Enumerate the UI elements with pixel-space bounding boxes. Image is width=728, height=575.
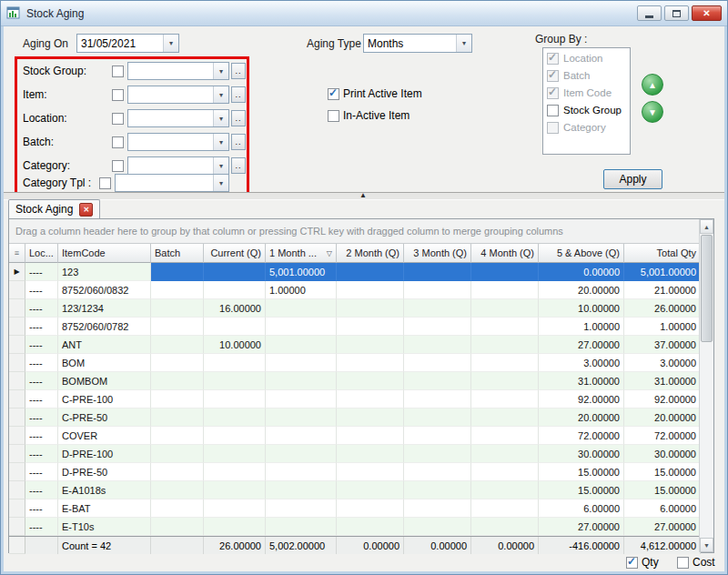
table-cell[interactable]: [151, 427, 204, 445]
table-cell[interactable]: [404, 354, 471, 372]
tab-stock-aging[interactable]: Stock Aging ✕: [8, 199, 100, 218]
table-cell[interactable]: 31.00000: [539, 372, 624, 390]
minimize-button[interactable]: [637, 5, 662, 21]
table-cell[interactable]: [471, 427, 539, 445]
table-cell[interactable]: [151, 463, 204, 481]
table-cell[interactable]: [471, 354, 539, 372]
table-row[interactable]: ----COVER72.0000072.00000: [9, 427, 701, 445]
table-cell[interactable]: COVER: [58, 427, 151, 445]
table-cell[interactable]: 3.00000: [539, 354, 624, 372]
table-cell[interactable]: ----: [25, 427, 58, 445]
column-header[interactable]: 5 & Above (Q): [539, 244, 624, 263]
table-cell[interactable]: 72.00000: [624, 427, 701, 445]
column-header[interactable]: 2 Month (Q): [337, 244, 404, 263]
table-cell[interactable]: 20.00000: [539, 281, 624, 299]
chevron-down-icon[interactable]: ▾: [213, 134, 228, 150]
table-cell[interactable]: D-PRE-100: [58, 445, 151, 463]
column-header[interactable]: Loc...: [25, 244, 58, 263]
group-by-item-checkbox[interactable]: [547, 105, 559, 116]
vertical-scrollbar[interactable]: ▲ ▼: [699, 219, 713, 552]
table-cell[interactable]: [204, 445, 266, 463]
scroll-up-button[interactable]: ▲: [700, 219, 713, 234]
table-cell[interactable]: [151, 409, 204, 427]
inactive-item-option[interactable]: In-Active Item: [328, 109, 410, 122]
table-cell[interactable]: E-BAT: [58, 499, 151, 518]
browse-button[interactable]: ..: [231, 134, 246, 150]
qty-checkbox[interactable]: [626, 557, 638, 569]
table-cell[interactable]: ----: [25, 372, 58, 390]
table-cell[interactable]: [151, 499, 204, 518]
table-cell[interactable]: 8752/060/0832: [58, 281, 151, 299]
table-cell[interactable]: [337, 427, 404, 445]
table-row[interactable]: ----C-PRE-10092.0000092.00000: [9, 390, 701, 409]
table-cell[interactable]: [404, 281, 471, 299]
table-cell[interactable]: [404, 481, 471, 499]
table-cell[interactable]: E-A1018s: [58, 481, 151, 499]
table-row[interactable]: ----8752/060/08321.0000020.0000021.00000: [9, 281, 701, 299]
table-cell[interactable]: [151, 518, 204, 536]
table-cell[interactable]: [337, 299, 404, 318]
table-cell[interactable]: [404, 318, 471, 336]
print-active-item-checkbox[interactable]: [328, 88, 339, 100]
browse-button[interactable]: ..: [231, 86, 246, 103]
table-row[interactable]: ----ANT10.0000027.0000037.00000: [9, 336, 701, 354]
table-cell[interactable]: [404, 263, 471, 281]
table-cell[interactable]: ----: [25, 318, 58, 336]
inactive-item-checkbox[interactable]: [328, 110, 339, 122]
table-cell[interactable]: [266, 463, 337, 481]
table-cell[interactable]: [204, 390, 266, 409]
table-cell[interactable]: C-PRE-100: [58, 390, 151, 409]
table-cell[interactable]: 20.00000: [624, 409, 701, 427]
table-cell[interactable]: [266, 299, 337, 318]
chevron-down-icon[interactable]: ▾: [213, 63, 228, 79]
table-cell[interactable]: BOMBOM: [58, 372, 151, 390]
table-cell[interactable]: 1.00000: [624, 318, 701, 336]
table-cell[interactable]: 15.00000: [539, 463, 624, 481]
column-header[interactable]: Current (Q): [204, 244, 266, 263]
column-header[interactable]: 1 Month ...▽: [266, 244, 337, 263]
table-cell[interactable]: [337, 372, 404, 390]
chevron-down-icon[interactable]: ▾: [213, 86, 228, 103]
table-cell[interactable]: 30.00000: [624, 445, 701, 463]
filter-combobox[interactable]: ▾: [127, 133, 229, 151]
group-by-item[interactable]: Stock Group: [543, 100, 630, 117]
table-cell[interactable]: [404, 445, 471, 463]
chevron-down-icon[interactable]: ▾: [163, 35, 178, 52]
chevron-down-icon[interactable]: ▾: [456, 35, 471, 52]
table-cell[interactable]: ----: [25, 263, 58, 281]
table-cell[interactable]: [266, 354, 337, 372]
group-by-item-checkbox[interactable]: [547, 87, 559, 99]
column-header[interactable]: Batch: [151, 244, 204, 263]
column-header[interactable]: 4 Month (Q): [471, 244, 539, 263]
table-row[interactable]: ----BOM3.000003.00000: [9, 354, 701, 372]
table-cell[interactable]: [404, 390, 471, 409]
table-cell[interactable]: 123: [58, 263, 151, 281]
table-cell[interactable]: [266, 409, 337, 427]
table-cell[interactable]: 30.00000: [539, 445, 624, 463]
table-cell[interactable]: [266, 390, 337, 409]
table-row[interactable]: ----E-T10s27.0000027.00000: [9, 518, 701, 536]
table-cell[interactable]: [471, 390, 539, 409]
move-up-button[interactable]: ▲: [642, 74, 663, 96]
table-row[interactable]: ----D-PRE-10030.0000030.00000: [9, 445, 701, 463]
table-cell[interactable]: [151, 281, 204, 299]
chevron-down-icon[interactable]: ▾: [213, 157, 228, 174]
table-cell[interactable]: [404, 499, 471, 518]
table-cell[interactable]: [337, 390, 404, 409]
table-row[interactable]: ----E-BAT6.000006.00000: [9, 499, 701, 518]
splitter[interactable]: ▲: [4, 192, 724, 200]
table-cell[interactable]: 5,001.00000: [266, 263, 337, 281]
table-cell[interactable]: 6.00000: [539, 499, 624, 518]
table-cell[interactable]: [266, 372, 337, 390]
chevron-down-icon[interactable]: ▾: [213, 110, 228, 126]
table-row[interactable]: ----123/123416.0000010.0000026.00000: [9, 299, 701, 318]
table-cell[interactable]: [151, 354, 204, 372]
table-cell[interactable]: 72.00000: [539, 427, 624, 445]
table-cell[interactable]: E-T10s: [58, 518, 151, 536]
filter-checkbox[interactable]: [112, 160, 124, 172]
table-cell[interactable]: [151, 318, 204, 336]
table-cell[interactable]: [471, 463, 539, 481]
table-cell[interactable]: [337, 481, 404, 499]
group-by-item-checkbox[interactable]: [547, 122, 559, 134]
column-header[interactable]: Total Qty: [624, 244, 701, 263]
